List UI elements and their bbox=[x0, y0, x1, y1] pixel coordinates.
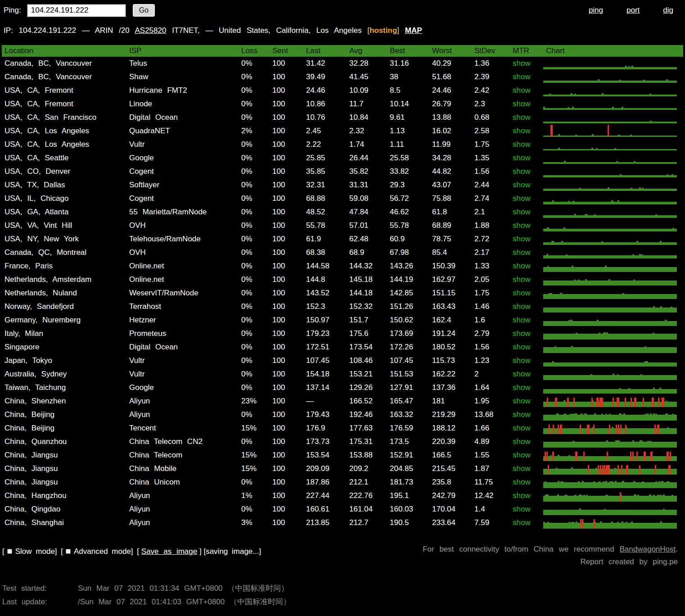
mtr-show-link[interactable]: show bbox=[513, 167, 531, 176]
cell-best: 172.26 bbox=[387, 343, 429, 352]
cell-worst: 78.75 bbox=[429, 235, 472, 244]
sparkline-bar bbox=[543, 202, 677, 204]
mtr-show-link[interactable]: show bbox=[513, 370, 531, 378]
cell-location: USA, TX, Dallas bbox=[2, 181, 126, 190]
cell-location: China, Qingdao bbox=[2, 505, 126, 514]
mtr-show-link[interactable]: show bbox=[513, 140, 531, 149]
mtr-show-link[interactable]: show bbox=[513, 464, 531, 473]
mtr-show-link[interactable]: show bbox=[513, 127, 531, 135]
mtr-show-link[interactable]: show bbox=[513, 383, 531, 392]
mtr-show-link[interactable]: show bbox=[513, 262, 531, 270]
mtr-show-link[interactable]: show bbox=[513, 329, 531, 338]
map-link[interactable]: MAP bbox=[405, 26, 422, 35]
mtr-show-link[interactable]: show bbox=[513, 491, 531, 500]
sparkline-bar bbox=[543, 95, 677, 96]
mtr-show-link[interactable]: show bbox=[513, 154, 531, 162]
sparkline-bump bbox=[625, 66, 627, 67]
sparkline-bump bbox=[584, 413, 586, 415]
sparkline-bar bbox=[543, 362, 677, 367]
mtr-show-link[interactable]: show bbox=[513, 86, 531, 95]
nav-link-dig[interactable]: dig bbox=[663, 6, 673, 15]
mtr-show-link[interactable]: show bbox=[513, 113, 531, 122]
mtr-show-link[interactable]: show bbox=[513, 181, 531, 189]
cell-isp: Vultr bbox=[126, 370, 239, 379]
mtr-show-link[interactable]: show bbox=[513, 518, 531, 527]
mtr-show-link[interactable]: show bbox=[513, 275, 531, 284]
mtr-show-link[interactable]: show bbox=[513, 343, 531, 351]
cell-loss: 0% bbox=[239, 194, 270, 203]
mtr-show-link[interactable]: show bbox=[513, 221, 531, 230]
cell-worst: 166.5 bbox=[429, 451, 472, 460]
sparkline-bar bbox=[543, 334, 677, 340]
mtr-show-link[interactable]: show bbox=[513, 478, 531, 486]
mtr-show-link[interactable]: show bbox=[513, 451, 531, 459]
sparkline-bump bbox=[653, 306, 655, 308]
mtr-show-link[interactable]: show bbox=[513, 59, 531, 68]
cell-isp: Aliyun bbox=[126, 491, 239, 500]
sparkline-bump bbox=[583, 495, 585, 496]
sparkline-bump bbox=[647, 413, 649, 415]
sparkline-bump bbox=[608, 187, 609, 189]
sparkline-bump bbox=[574, 214, 576, 215]
cell-loss: 15% bbox=[239, 464, 270, 473]
hosting-badge: hosting bbox=[370, 26, 397, 35]
cell-stdev: 1.75 bbox=[472, 140, 510, 149]
cell-loss: 0% bbox=[239, 181, 270, 190]
sparkline-bump bbox=[660, 241, 662, 242]
ping-input[interactable] bbox=[27, 5, 126, 17]
cell-sent: 100 bbox=[270, 370, 303, 379]
mtr-show-link[interactable]: show bbox=[513, 289, 531, 297]
registry-text: ARIN /20 bbox=[95, 26, 130, 35]
sparkline-bump bbox=[667, 414, 668, 415]
cell-loss: 0% bbox=[239, 505, 270, 514]
mtr-show-link[interactable]: show bbox=[513, 316, 531, 324]
nav-link-port[interactable]: port bbox=[626, 6, 640, 15]
cell-worst: 44.82 bbox=[429, 167, 472, 176]
cell-mtr: show bbox=[510, 154, 543, 163]
table-row: USA, CA, FremontHurricane FMT20%10024.46… bbox=[2, 84, 683, 97]
cell-sent: 100 bbox=[270, 329, 303, 338]
sparkline-bump bbox=[565, 414, 567, 415]
cell-location: USA, CA, Fremont bbox=[2, 100, 126, 109]
bandwagonhost-link[interactable]: BandwagonHost bbox=[620, 545, 676, 553]
mtr-show-link[interactable]: show bbox=[513, 397, 531, 405]
cell-last: 173.73 bbox=[303, 437, 347, 446]
cell-best: 25.58 bbox=[387, 154, 429, 163]
mtr-show-link[interactable]: show bbox=[513, 72, 531, 81]
slow-mode-checkbox[interactable] bbox=[7, 549, 12, 554]
mtr-show-link[interactable]: show bbox=[513, 410, 531, 419]
mtr-show-link[interactable]: show bbox=[513, 424, 531, 432]
mtr-show-link[interactable]: show bbox=[513, 235, 531, 243]
cell-best: 60.9 bbox=[387, 235, 429, 244]
mtr-show-link[interactable]: show bbox=[513, 100, 531, 108]
mtr-show-link[interactable]: show bbox=[513, 194, 531, 203]
sparkline-bump bbox=[578, 481, 580, 482]
loss-spike bbox=[663, 398, 664, 407]
asn-link[interactable]: AS25820 bbox=[135, 26, 166, 35]
cell-worst: 13.88 bbox=[429, 113, 472, 122]
cell-stdev: 1.88 bbox=[472, 221, 510, 230]
cell-stdev: 2.58 bbox=[472, 127, 510, 136]
cell-avg: 209.2 bbox=[347, 464, 387, 473]
cell-isp: Digital Ocean bbox=[126, 343, 239, 352]
mtr-show-link[interactable]: show bbox=[513, 248, 531, 257]
mtr-show-link[interactable]: show bbox=[513, 208, 531, 216]
go-button[interactable]: Go bbox=[133, 4, 155, 17]
nav-link-ping[interactable]: ping bbox=[589, 6, 603, 15]
mtr-show-link[interactable]: show bbox=[513, 437, 531, 446]
mtr-show-link[interactable]: show bbox=[513, 505, 531, 513]
mtr-show-link[interactable]: show bbox=[513, 302, 531, 311]
sparkline-bump bbox=[666, 401, 667, 402]
cell-best: 151.53 bbox=[387, 370, 429, 379]
cell-last: 48.52 bbox=[303, 208, 347, 217]
mtr-show-link[interactable]: show bbox=[513, 356, 531, 365]
sparkline-bump bbox=[550, 293, 552, 294]
cell-location: USA, CA, Los Angeles bbox=[2, 127, 126, 136]
sparkline-bump bbox=[655, 414, 657, 415]
sparkline-bump bbox=[646, 361, 648, 362]
cell-last: 213.85 bbox=[303, 518, 347, 527]
save-as-image-link[interactable]: Save as image bbox=[141, 547, 197, 556]
sparkline-bump bbox=[672, 228, 674, 229]
advanced-mode-checkbox[interactable] bbox=[66, 549, 71, 554]
cell-mtr: show bbox=[510, 208, 543, 217]
